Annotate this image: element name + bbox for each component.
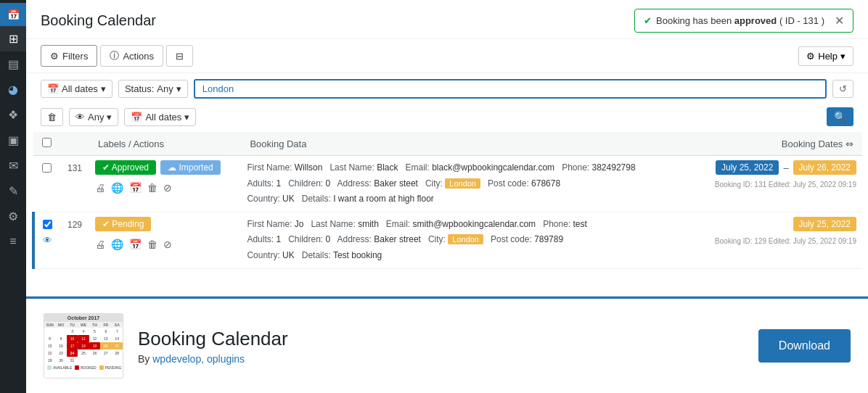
booking-id: 129 [60,212,89,268]
email-label: Email: [386,219,413,229]
notification-text: Booking has been approved ( ID - 131 ) [656,15,824,26]
search-input[interactable] [194,79,827,99]
toolbar-left: ⚙ Filters ⓘ Actions ⊟ [41,45,193,67]
table-row: 👁 129 ✔ Pending 🖨 🌐 📅 🗑 ⊘ First Name: Jo… [33,212,862,268]
delete-icon[interactable]: 🗑 [147,239,157,250]
expand-icon[interactable]: ⇔ [846,138,853,149]
sidebar-item-more[interactable]: ≡ [0,229,26,254]
notification-bar: ✔ Booking has been approved ( ID - 131 )… [634,9,853,33]
cal-icon: 📅 [131,112,142,123]
phone-label: Phone: [543,219,573,229]
delete-icon[interactable]: 🗑 [147,182,157,194]
any-filter[interactable]: 👁 Any ▾ [69,108,118,126]
labels-actions-cell: ✔ Pending 🖨 🌐 📅 🗑 ⊘ [89,212,241,268]
dates-cell: July 25, 2022–July 26, 2022 Booking ID: … [685,156,862,212]
trash-filter[interactable]: 🗑 [41,108,63,126]
bookings-table: Labels / Actions Booking Data Booking Da… [32,132,862,269]
row-check-area: 👁 [41,220,54,246]
postcode-value: 789789 [534,234,563,244]
first-name-label: First Name: [247,219,294,229]
details-label: Details: [302,194,333,204]
country-value: UK [282,194,295,204]
email-label: Email: [405,162,432,173]
details-label: Details: [302,250,333,260]
sidebar: 📅 ⊞ ▤ ◕ ❖ ▣ ✉ ✎ ⚙ ≡ [0,0,26,393]
adults-label: Adults: [247,178,276,189]
sidebar-item-dashboard[interactable]: ⊞ [0,26,26,51]
help-button[interactable]: ⚙ Help ▾ [798,46,853,66]
filter-row-2: 🗑 👁 Any ▾ 📅 All dates ▾ 🔍 [26,104,868,132]
table-row: 131 ✔ Approved ☁ Imported 🖨 🌐 📅 🗑 ⊘ Firs… [33,156,862,212]
plugin-info-section: October 2017 SUNMOTU WETHFR SA 3 4567 89… [26,297,868,393]
postcode-label: Post code: [488,178,531,189]
sidebar-logo[interactable]: 📅 [0,3,26,26]
print-icon[interactable]: 🖨 [95,182,105,194]
page-title: Booking Calendar [41,12,156,29]
app-author-link[interactable]: wpdevelop, oplugins [152,353,245,365]
filter-row-1: 📅 All dates ▾ Status: Any ▾ ↺ [26,73,868,104]
children-value: 0 [325,178,330,189]
block-icon[interactable]: ⊘ [163,182,172,194]
eye-icon[interactable]: 👁 [43,235,52,246]
import-badge: ☁ Imported [160,160,221,175]
city-label: City: [428,234,448,244]
notification-id: ( ID - 131 ) [779,15,824,26]
sidebar-item-forms[interactable]: ▣ [0,128,26,153]
globe-icon[interactable]: 🌐 [111,182,123,194]
sidebar-item-calendar[interactable]: ◕ [0,77,26,102]
calendar-action-icon[interactable]: 📅 [129,239,142,250]
filters-button[interactable]: ⚙ Filters [41,45,97,67]
print-icon[interactable]: 🖨 [95,239,105,250]
first-name-value: Jo [295,219,304,229]
sidebar-item-resources[interactable]: ❖ [0,102,26,128]
download-button[interactable]: Download [758,329,851,363]
dates2-filter[interactable]: 📅 All dates ▾ [124,108,196,126]
block-icon[interactable]: ⊘ [163,239,172,250]
columns-icon: ⊟ [176,51,184,62]
check-icon: ✔ [644,15,652,26]
select-all-checkbox[interactable] [42,138,52,147]
sidebar-item-notifications[interactable]: ✉ [0,153,26,178]
calendar-thumbnail: October 2017 SUNMOTU WETHFR SA 3 4567 89… [44,313,123,378]
app-title: Booking Calendar [138,328,288,350]
main-content: Booking Calendar ✔ Booking has been appr… [26,0,868,393]
country-label: Country: [247,250,282,260]
bookings-table-container: Labels / Actions Booking Data Booking Da… [26,132,868,296]
last-name-label: Last Name: [311,219,358,229]
adults-value: 1 [276,178,281,189]
sidebar-item-settings[interactable]: ✎ [0,178,26,204]
status-filter[interactable]: Status: Any ▾ [118,80,188,98]
row-checkbox[interactable] [42,163,52,173]
children-value: 0 [325,234,330,244]
notification-close-icon[interactable]: ✕ [835,14,844,28]
app-info: Booking Calendar By wpdevelop, oplugins [138,328,288,365]
chevron-icon: ▾ [184,112,189,123]
postcode-label: Post code: [491,234,534,244]
row-check-area [39,163,54,173]
booking-data-cell: First Name: Willson Last Name: Black Ema… [241,156,685,212]
refresh-button[interactable]: ↺ [832,80,853,98]
city-label: City: [425,178,445,189]
actions-button[interactable]: ⓘ Actions [100,45,163,67]
col-booking-dates: Booking Dates ⇔ [685,132,862,156]
sidebar-item-tools[interactable]: ⚙ [0,204,26,229]
globe-icon[interactable]: 🌐 [111,239,123,250]
apply-search-button[interactable]: 🔍 [827,107,853,126]
children-label: Children: [288,234,325,244]
date-filter[interactable]: 📅 All dates ▾ [41,80,112,98]
chevron-down-icon: ▾ [840,51,846,62]
row-checkbox[interactable] [43,220,52,229]
app-subtitle: By wpdevelop, oplugins [138,353,288,365]
columns-button[interactable]: ⊟ [166,45,193,67]
email-value: smith@wpbookingcalendar.com [413,219,536,229]
page-header: Booking Calendar ✔ Booking has been appr… [26,0,868,39]
country-value: UK [282,250,295,260]
adults-value: 1 [276,234,281,244]
first-name-label: First Name: [247,162,294,173]
chevron-icon: ▾ [101,83,106,94]
address-label: Address: [337,178,374,189]
toolbar: ⚙ Filters ⓘ Actions ⊟ ⚙ Help ▾ [26,39,868,73]
action-icons: 🖨 🌐 📅 🗑 ⊘ [95,236,235,252]
calendar-action-icon[interactable]: 📅 [129,182,142,194]
sidebar-item-bookings[interactable]: ▤ [0,51,26,77]
